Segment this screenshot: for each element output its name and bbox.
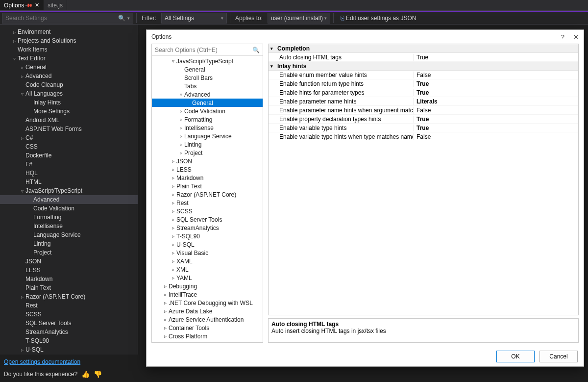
thumbs-up-icon[interactable]: 👍	[81, 370, 90, 378]
dialog-tree-item[interactable]: .NET Core Debugging with WSL	[152, 299, 263, 307]
chevron-icon[interactable]	[170, 258, 176, 264]
chevron-icon[interactable]	[162, 300, 169, 306]
chevron-icon[interactable]	[170, 183, 176, 189]
filter-dropdown[interactable]: All Settings ▾	[161, 13, 227, 24]
property-value[interactable]: False	[414, 107, 578, 114]
pin-icon[interactable]: 📌	[25, 1, 33, 9]
tree-item[interactable]: Text Editor	[0, 54, 138, 63]
dialog-tree[interactable]: JavaScript/TypeScriptGeneralScroll BarsT…	[152, 56, 263, 342]
dialog-tree-item[interactable]: Visual Basic	[152, 249, 263, 257]
dialog-tree-item[interactable]: Code Validation	[152, 107, 263, 115]
property-row[interactable]: Enable parameter name hints when argumen…	[269, 106, 578, 115]
chevron-icon[interactable]	[11, 38, 18, 44]
search-input[interactable]	[5, 15, 118, 22]
dialog-tree-item[interactable]: StreamAnalytics	[152, 224, 263, 232]
help-icon[interactable]: ?	[561, 33, 564, 41]
chevron-icon[interactable]	[11, 56, 18, 61]
tree-item[interactable]: Inlay Hints	[0, 98, 138, 107]
dialog-tree-item[interactable]: General	[152, 65, 263, 74]
dialog-tree-item[interactable]: SQL Server Tools	[152, 215, 263, 224]
chevron-icon[interactable]	[162, 325, 169, 331]
dialog-tree-item[interactable]: Project	[152, 149, 263, 157]
property-row[interactable]: Enable hints for parameter typesTrue	[269, 88, 578, 97]
dialog-tree-item[interactable]: Plain Text	[152, 182, 263, 190]
chevron-icon[interactable]	[170, 200, 176, 205]
tree-item[interactable]: Rest	[0, 301, 138, 310]
applies-dropdown[interactable]: user (current install) ▾	[268, 13, 330, 24]
dialog-tree-item[interactable]: Cross Platform	[152, 332, 263, 340]
chevron-icon[interactable]	[170, 167, 176, 172]
tree-item[interactable]: General	[0, 63, 138, 72]
dialog-tree-item[interactable]: Advanced	[152, 90, 263, 99]
thumbs-down-icon[interactable]: 👎	[94, 370, 102, 378]
tree-item[interactable]: All Languages	[0, 89, 138, 98]
dialog-tree-item[interactable]: Formatting	[152, 115, 263, 124]
tree-item[interactable]: Plain Text	[0, 283, 138, 292]
chevron-icon[interactable]	[170, 275, 176, 280]
tree-item[interactable]: Dockerfile	[0, 151, 138, 160]
tree-item[interactable]: C#	[0, 133, 138, 142]
tree-item[interactable]: HTML	[0, 178, 138, 186]
chevron-icon[interactable]	[170, 158, 176, 164]
dialog-tree-item[interactable]: JSON	[152, 157, 263, 165]
tree-item[interactable]: Work Items	[0, 45, 138, 54]
tree-item[interactable]: Razor (ASP.NET Core)	[0, 292, 138, 301]
tree-item[interactable]: StreamAnalytics	[0, 328, 138, 336]
chevron-icon[interactable]	[170, 208, 176, 214]
dialog-tree-item[interactable]: Database Tools	[152, 340, 263, 342]
close-icon[interactable]: ✕	[573, 33, 579, 41]
close-icon[interactable]: ✕	[35, 2, 39, 8]
tree-item[interactable]: LESS	[0, 266, 138, 275]
chevron-icon[interactable]	[170, 233, 176, 239]
property-row[interactable]: Enable property declaration types hintsT…	[269, 115, 578, 124]
property-value[interactable]: True	[414, 80, 578, 87]
chevron-icon[interactable]	[170, 267, 176, 272]
dialog-tree-item[interactable]: JavaScript/TypeScript	[152, 57, 263, 65]
dialog-tree-item[interactable]: SCSS	[152, 207, 263, 215]
dialog-tree-item[interactable]: Language Service	[152, 132, 263, 140]
dialog-tree-item[interactable]: Scroll Bars	[152, 74, 263, 82]
property-category[interactable]: ▾Inlay hints	[269, 62, 578, 71]
dialog-tree-item[interactable]: XML	[152, 265, 263, 274]
dialog-tree-item[interactable]: Azure Service Authentication	[152, 315, 263, 324]
documentation-link[interactable]: Open settings documentation	[4, 358, 80, 365]
chevron-icon[interactable]	[170, 217, 176, 222]
chevron-icon[interactable]	[170, 225, 176, 230]
dialog-tree-item[interactable]: Intellisense	[152, 124, 263, 132]
tree-item[interactable]: T-SQL90	[0, 336, 138, 345]
tree-item[interactable]: JavaScript/TypeScript	[0, 186, 138, 195]
chevron-icon[interactable]	[19, 188, 25, 194]
chevron-icon[interactable]	[162, 333, 169, 339]
chevron-icon[interactable]	[170, 58, 176, 64]
chevron-icon[interactable]	[162, 292, 169, 297]
tab-options[interactable]: Options 📌 ✕	[0, 0, 44, 10]
dialog-tree-item[interactable]: XAML	[152, 257, 263, 265]
tree-item[interactable]: Project	[0, 248, 138, 257]
tree-item[interactable]: SCSS	[0, 310, 138, 319]
property-row[interactable]: Enable variable type hintsTrue	[269, 124, 578, 132]
chevron-down-icon[interactable]: ▾	[270, 64, 277, 69]
chevron-icon[interactable]	[170, 250, 176, 255]
chevron-icon[interactable]	[177, 133, 184, 139]
chevron-down-icon[interactable]: ▾	[270, 46, 277, 51]
chevron-icon[interactable]	[19, 294, 25, 300]
dialog-tree-item[interactable]: Tabs	[152, 82, 263, 90]
tree-item[interactable]: Code Cleanup	[0, 80, 138, 89]
property-row[interactable]: Enable variable type hints when type mat…	[269, 132, 578, 141]
tree-item[interactable]: Code Validation	[0, 204, 138, 213]
tree-item[interactable]: U-SQL	[0, 345, 138, 354]
dialog-tree-item[interactable]: Rest	[152, 199, 263, 207]
dialog-tree-item[interactable]: LESS	[152, 165, 263, 174]
chevron-icon[interactable]	[170, 175, 176, 180]
property-value[interactable]: True	[414, 116, 578, 123]
ok-button[interactable]: OK	[496, 351, 535, 362]
tree-item[interactable]: Android XML	[0, 116, 138, 125]
property-value[interactable]: True	[414, 89, 578, 96]
tree-item[interactable]: More Settings	[0, 107, 138, 116]
chevron-icon[interactable]	[177, 117, 184, 122]
chevron-down-icon[interactable]: ▾	[127, 16, 130, 21]
tree-item[interactable]: JSON	[0, 257, 138, 266]
chevron-icon[interactable]	[170, 242, 176, 247]
property-grid[interactable]: ▾CompletionAuto closing HTML tagsTrue▾In…	[268, 44, 579, 315]
edit-json-link[interactable]: ⎘ Edit user settings as JSON	[337, 15, 416, 22]
